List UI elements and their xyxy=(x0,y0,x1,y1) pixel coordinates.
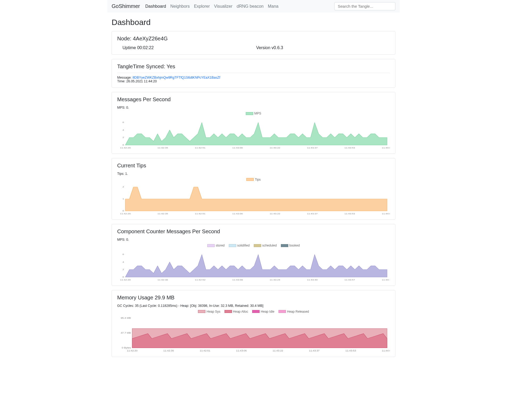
svg-text:2: 2 xyxy=(122,186,124,188)
svg-text:11:43:22: 11:43:22 xyxy=(273,349,283,352)
tips-legend-label: Tips xyxy=(255,178,261,181)
component-card: Component Counter Messages Per Second MP… xyxy=(112,224,395,286)
legend-solidified: solidified xyxy=(237,244,250,247)
nav-drng[interactable]: dRNG beacon xyxy=(237,4,264,9)
svg-text:0: 0 xyxy=(122,276,124,278)
nav-dashboard[interactable]: Dashboard xyxy=(145,4,166,9)
component-title: Component Counter Messages Per Second xyxy=(117,228,390,235)
svg-text:11:43:57: 11:43:57 xyxy=(344,278,355,281)
svg-text:47.7 MB: 47.7 MB xyxy=(121,332,131,334)
tips-legend: Tips xyxy=(117,178,390,182)
svg-text:11:42:20: 11:42:20 xyxy=(127,349,137,352)
brand[interactable]: GoShimmer xyxy=(112,3,140,9)
legend-scheduled: scheduled xyxy=(262,244,277,247)
version-label: Version xyxy=(256,45,272,50)
uptime-value: 00:02:22 xyxy=(137,45,154,50)
svg-text:11:43:06: 11:43:06 xyxy=(236,349,247,352)
mps-legend-label: MPS xyxy=(254,112,261,115)
svg-text:11:43:37: 11:43:37 xyxy=(307,146,318,149)
uptime-label: Uptime xyxy=(122,45,137,50)
mps-chart: 024611:42:2011:42:3511:42:5111:43:0611:4… xyxy=(117,117,390,149)
tips-title: Current Tips xyxy=(117,163,390,169)
sync-message-row: Message: 8DBYyeZWKZBxhjmQw9RgTFTfQ1S6dtK… xyxy=(117,76,390,79)
svg-text:11:43:53: 11:43:53 xyxy=(345,349,356,352)
sync-time-row: Time: 26.05.2021 11:44:20 xyxy=(117,79,390,83)
memory-title: Memory Usage 29.9 MB xyxy=(117,295,390,301)
sync-message-link[interactable]: 8DBYyeZWKZBxhjmQw9RgTFTfQ1S6dtKNPcYEaX1B… xyxy=(133,76,220,79)
svg-text:11:42:20: 11:42:20 xyxy=(120,213,131,215)
svg-text:11:44:13: 11:44:13 xyxy=(382,278,390,281)
svg-text:11:42:51: 11:42:51 xyxy=(195,146,205,149)
nav-neighbors[interactable]: Neighbors xyxy=(170,4,190,9)
main-container: Dashboard Node: 4AeXyZ26e4G Uptime 00:02… xyxy=(107,12,400,367)
svg-text:11:44:09: 11:44:09 xyxy=(382,213,390,215)
component-subtitle: MPS: 0. xyxy=(117,238,390,241)
component-legend: stored solidified scheduled booked xyxy=(117,244,390,248)
svg-text:1: 1 xyxy=(122,198,124,200)
svg-text:11:42:35: 11:42:35 xyxy=(163,349,174,352)
svg-text:6: 6 xyxy=(122,253,124,256)
svg-text:11:43:24: 11:43:24 xyxy=(270,278,280,281)
nav-mana[interactable]: Mana xyxy=(268,4,278,9)
search-input[interactable] xyxy=(334,2,395,10)
sync-title: TangleTime Synced: Yes xyxy=(117,63,390,70)
sync-title-prefix: TangleTime Synced: xyxy=(117,63,167,69)
nav-explorer[interactable]: Explorer xyxy=(194,4,210,9)
legend-stored: stored xyxy=(216,244,225,247)
legend-booked: booked xyxy=(289,244,300,247)
svg-text:11:42:51: 11:42:51 xyxy=(195,213,205,215)
svg-text:11:42:20: 11:42:20 xyxy=(120,146,131,149)
svg-text:0: 0 xyxy=(122,144,124,146)
svg-text:0 Bytes: 0 Bytes xyxy=(122,346,131,349)
legend-heap-idle: Heap Idle xyxy=(261,310,274,313)
sync-card: TangleTime Synced: Yes Message: 8DBYyeZW… xyxy=(112,59,395,88)
svg-text:11:42:35: 11:42:35 xyxy=(158,146,168,149)
svg-text:11:43:53: 11:43:53 xyxy=(344,146,355,149)
svg-text:2: 2 xyxy=(122,268,124,271)
navbar: GoShimmer Dashboard Neighbors Explorer V… xyxy=(107,0,400,12)
nav-links: Dashboard Neighbors Explorer Visualizer … xyxy=(145,4,334,9)
svg-text:4: 4 xyxy=(122,261,124,263)
memory-legend: Heap Sys Heap Alloc Heap Idle Heap Relea… xyxy=(117,310,390,314)
svg-text:11:43:53: 11:43:53 xyxy=(344,213,355,215)
mps-legend: MPS xyxy=(117,112,390,116)
tips-card: Current Tips Tips: 1. Tips 01211:42:2011… xyxy=(112,158,395,220)
svg-text:11:43:22: 11:43:22 xyxy=(270,146,280,149)
legend-heap-alloc: Heap Alloc xyxy=(233,310,248,313)
memory-subtitle: GC Cycles: 35 (Last Cycle: 0.118285ms) -… xyxy=(117,304,390,308)
tips-chart: 01211:42:2011:42:3511:42:5111:43:0611:43… xyxy=(117,183,390,215)
svg-text:0: 0 xyxy=(122,210,124,212)
memory-chart: 0 Bytes47.7 MB95.4 MB11:42:2011:42:3511:… xyxy=(117,315,390,353)
svg-text:11:43:08: 11:43:08 xyxy=(232,278,243,281)
svg-text:11:42:20: 11:42:20 xyxy=(120,278,131,281)
svg-text:95.4 MB: 95.4 MB xyxy=(121,317,131,319)
mps-title: Messages Per Second xyxy=(117,96,390,103)
svg-text:11:43:40: 11:43:40 xyxy=(307,278,318,281)
legend-heap-sys: Heap Sys xyxy=(206,310,220,313)
svg-text:11:44:09: 11:44:09 xyxy=(382,349,390,352)
mps-card: Messages Per Second MPS: 0. MPS 024611:4… xyxy=(112,92,395,154)
svg-text:11:43:06: 11:43:06 xyxy=(232,213,243,215)
svg-text:11:42:51: 11:42:51 xyxy=(200,349,210,352)
svg-text:11:43:37: 11:43:37 xyxy=(309,349,320,352)
sync-time-value: 26.05.2021 11:44:20 xyxy=(126,79,157,83)
sync-message-label: Message: xyxy=(117,76,133,79)
page-title: Dashboard xyxy=(112,18,395,27)
svg-text:11:42:52: 11:42:52 xyxy=(195,278,205,281)
node-card: Node: 4AeXyZ26e4G Uptime 00:02:22 Versio… xyxy=(112,31,395,55)
tips-subtitle: Tips: 1. xyxy=(117,172,390,176)
version-value: v0.6.3 xyxy=(272,45,283,50)
sync-time-label: Time: xyxy=(117,79,126,83)
svg-text:11:43:06: 11:43:06 xyxy=(232,146,243,149)
svg-text:11:44:09: 11:44:09 xyxy=(382,146,390,149)
node-title: Node: 4AeXyZ26e4G xyxy=(117,36,390,42)
sync-status: Yes xyxy=(167,63,175,69)
svg-text:6: 6 xyxy=(122,121,124,124)
mps-subtitle: MPS: 0. xyxy=(117,106,390,109)
svg-text:11:43:22: 11:43:22 xyxy=(270,213,280,215)
nav-visualizer[interactable]: Visualizer xyxy=(214,4,233,9)
svg-text:4: 4 xyxy=(122,129,124,131)
svg-text:11:43:37: 11:43:37 xyxy=(307,213,318,215)
memory-card: Memory Usage 29.9 MB GC Cycles: 35 (Last… xyxy=(112,290,395,357)
svg-text:11:42:35: 11:42:35 xyxy=(158,213,168,215)
